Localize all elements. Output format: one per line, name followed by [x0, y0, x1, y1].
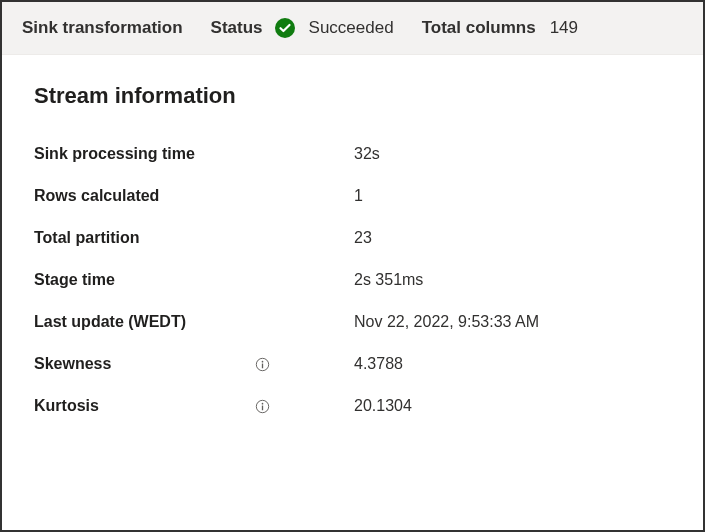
transformation-label: Sink transformation — [22, 18, 183, 38]
info-value: 20.1304 — [354, 397, 412, 415]
info-value: 2s 351ms — [354, 271, 423, 289]
info-row: Last update (WEDT)Nov 22, 2022, 9:53:33 … — [34, 301, 671, 343]
info-icon[interactable] — [254, 398, 270, 414]
info-value: 23 — [354, 229, 372, 247]
info-label: Kurtosis — [34, 397, 254, 415]
total-columns-label: Total columns — [422, 18, 536, 38]
status-value: Succeeded — [309, 18, 394, 38]
info-icon[interactable] — [254, 356, 270, 372]
info-label: Last update (WEDT) — [34, 313, 254, 331]
info-icon-cell — [254, 356, 354, 372]
info-label: Rows calculated — [34, 187, 254, 205]
info-value: 1 — [354, 187, 363, 205]
info-value: 32s — [354, 145, 380, 163]
info-row: Stage time2s 351ms — [34, 259, 671, 301]
section-title: Stream information — [34, 83, 671, 109]
info-label: Sink processing time — [34, 145, 254, 163]
svg-point-5 — [261, 402, 263, 404]
info-icon-cell — [254, 398, 354, 414]
info-row: Total partition23 — [34, 217, 671, 259]
info-value: Nov 22, 2022, 9:53:33 AM — [354, 313, 539, 331]
info-row: Skewness4.3788 — [34, 343, 671, 385]
stream-info-panel: Stream information Sink processing time3… — [2, 55, 703, 447]
svg-rect-3 — [261, 363, 262, 368]
info-row: Rows calculated1 — [34, 175, 671, 217]
total-columns-value: 149 — [550, 18, 578, 38]
info-label: Total partition — [34, 229, 254, 247]
info-rows-container: Sink processing time32sRows calculated1T… — [34, 133, 671, 427]
svg-point-2 — [261, 360, 263, 362]
header-bar: Sink transformation Status Succeeded Tot… — [2, 2, 703, 55]
status-label: Status — [211, 18, 263, 38]
info-label: Skewness — [34, 355, 254, 373]
info-row: Kurtosis20.1304 — [34, 385, 671, 427]
svg-rect-6 — [261, 405, 262, 410]
info-value: 4.3788 — [354, 355, 403, 373]
info-row: Sink processing time32s — [34, 133, 671, 175]
info-label: Stage time — [34, 271, 254, 289]
success-check-icon — [275, 18, 295, 38]
